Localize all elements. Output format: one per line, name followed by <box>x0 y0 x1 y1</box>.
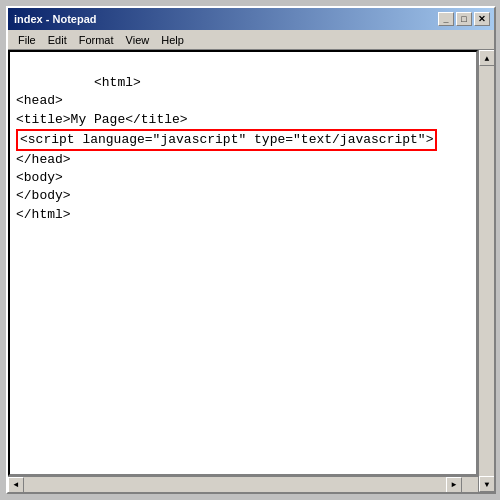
line-6: </body> <box>16 188 71 203</box>
line-7: </html> <box>16 207 71 222</box>
maximize-button[interactable]: □ <box>456 12 472 26</box>
line-3: <title>My Page</title> <box>16 112 188 127</box>
close-button[interactable]: ✕ <box>474 12 490 26</box>
line-5: <body> <box>16 170 63 185</box>
code-content: <html> <head> <title>My Page</title> <sc… <box>16 56 470 242</box>
scroll-right-button[interactable]: ► <box>446 477 462 493</box>
scroll-down-button[interactable]: ▼ <box>479 476 494 492</box>
line-4: </head> <box>16 152 71 167</box>
menu-bar: File Edit Format View Help <box>8 30 494 50</box>
title-bar-buttons: _ □ ✕ <box>438 12 490 26</box>
editor-with-scrollbar: <html> <head> <title>My Page</title> <sc… <box>8 50 478 492</box>
line-1: <html> <box>94 75 141 90</box>
menu-view[interactable]: View <box>120 32 156 48</box>
editor-container: <html> <head> <title>My Page</title> <sc… <box>8 50 494 492</box>
vertical-scrollbar: ▲ ▼ <box>478 50 494 492</box>
menu-help[interactable]: Help <box>155 32 190 48</box>
menu-edit[interactable]: Edit <box>42 32 73 48</box>
menu-format[interactable]: Format <box>73 32 120 48</box>
h-scrollbar-track[interactable] <box>24 478 446 492</box>
scroll-left-button[interactable]: ◄ <box>8 477 24 493</box>
v-scrollbar-track[interactable] <box>479 66 494 476</box>
title-bar: index - Notepad _ □ ✕ <box>8 8 494 30</box>
notepad-window: index - Notepad _ □ ✕ File Edit Format V… <box>6 6 496 494</box>
highlighted-line: <script language="javascript" type="text… <box>16 129 437 151</box>
scroll-up-button[interactable]: ▲ <box>479 50 494 66</box>
menu-file[interactable]: File <box>12 32 42 48</box>
text-editor[interactable]: <html> <head> <title>My Page</title> <sc… <box>8 50 478 476</box>
horizontal-scrollbar: ◄ ► <box>8 476 478 492</box>
window-title: index - Notepad <box>12 13 97 25</box>
minimize-button[interactable]: _ <box>438 12 454 26</box>
scrollbar-corner <box>462 477 478 493</box>
line-2: <head> <box>16 93 63 108</box>
